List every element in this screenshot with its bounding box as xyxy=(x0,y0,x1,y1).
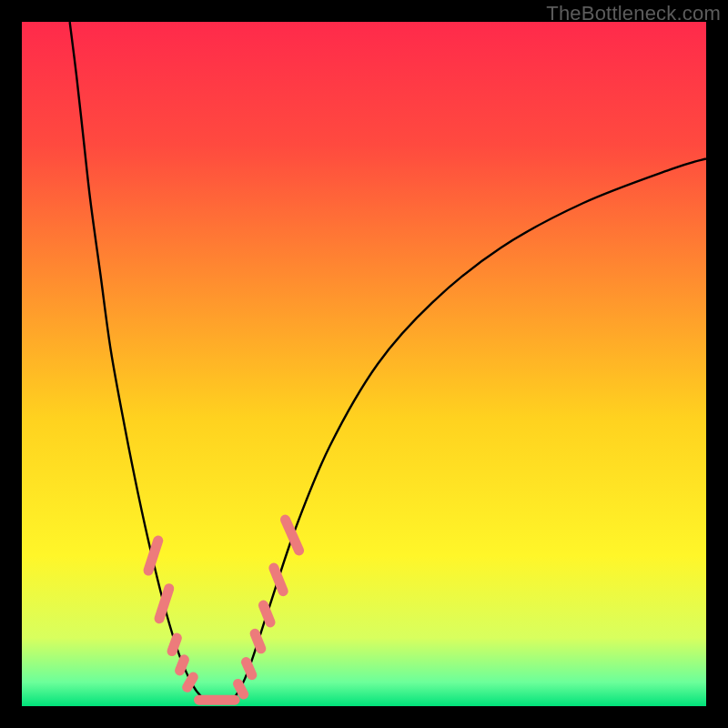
plot-area xyxy=(22,22,706,706)
chart-svg xyxy=(22,22,706,706)
curve-marker xyxy=(194,695,240,705)
watermark-text: TheBottleneck.com xyxy=(546,2,721,25)
outer-frame: TheBottleneck.com xyxy=(0,0,728,728)
gradient-background xyxy=(22,22,706,706)
